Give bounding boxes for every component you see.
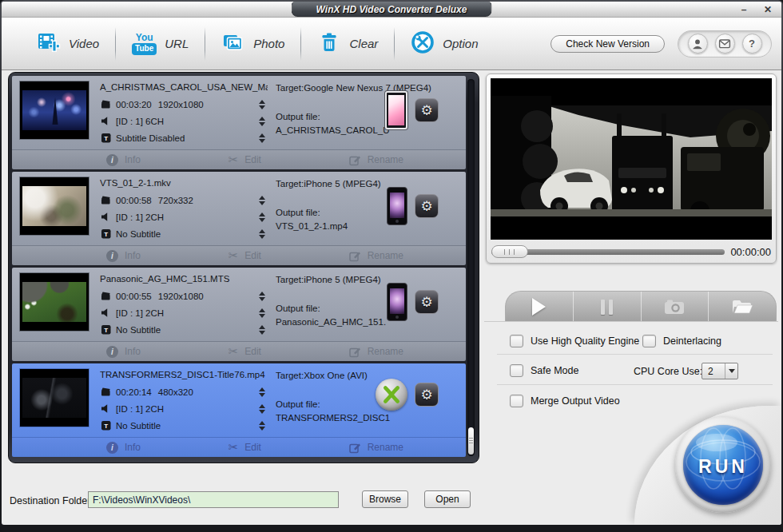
settings-gear-button[interactable]: ⚙ <box>415 383 439 407</box>
clapperboard-icon <box>100 195 112 205</box>
open-output-folder-button[interactable] <box>709 292 776 322</box>
clear-button[interactable]: Clear <box>301 26 394 62</box>
video-thumbnail <box>20 369 89 427</box>
settings-gear-button[interactable]: ⚙ <box>415 290 439 314</box>
list-scrollbar-track[interactable] <box>467 79 475 456</box>
video-button-label: Video <box>69 37 99 50</box>
info-button[interactable]: iInfo <box>106 154 141 166</box>
cpu-core-value: 2 <box>702 366 725 377</box>
add-video-button[interactable]: Video <box>21 26 115 62</box>
duration-spinner[interactable] <box>256 386 268 399</box>
rename-button[interactable]: Rename <box>349 346 403 358</box>
feedback-mail-button[interactable] <box>715 34 735 54</box>
merge-label: Merge Output Video <box>531 395 620 407</box>
deinterlacing-checkbox[interactable] <box>642 335 656 347</box>
xbox-one-icon <box>376 379 407 411</box>
duration-spinner[interactable] <box>256 98 268 111</box>
close-button[interactable]: ✕ <box>762 2 773 17</box>
tools-icon <box>411 30 435 58</box>
cpu-core-select[interactable]: 2 <box>702 363 738 379</box>
edit-button[interactable]: ✂Edit <box>229 154 261 166</box>
photo-button-label: Photo <box>253 37 284 50</box>
browse-button[interactable]: Browse <box>362 490 408 508</box>
edit-button[interactable]: ✂Edit <box>229 250 261 262</box>
destination-folder-input[interactable] <box>88 491 339 508</box>
window-frame: WinX HD Video Converter Deluxe – ✕ Video <box>0 0 783 532</box>
info-button[interactable]: iInfo <box>106 346 141 358</box>
seek-bar-thumb[interactable] <box>491 245 528 258</box>
rename-pencil-icon <box>349 442 361 454</box>
play-button[interactable] <box>506 292 574 322</box>
duration-spinner[interactable] <box>256 194 268 207</box>
title-bar: WinX HD Video Converter Deluxe – ✕ <box>2 2 781 18</box>
audio-track-spinner[interactable] <box>256 115 268 128</box>
subtitle-spinner[interactable] <box>256 228 268 240</box>
iphone-5-icon <box>387 283 407 321</box>
duration-spinner[interactable] <box>256 290 268 303</box>
subtitle-spinner[interactable] <box>256 324 268 336</box>
subtitle-icon: T <box>100 229 112 239</box>
help-button[interactable]: ? <box>742 34 762 54</box>
person-icon <box>691 38 704 50</box>
video-list-item[interactable]: VTS_01_2-1.mkv 00:00:58720x332 [ID : 1] … <box>12 172 466 265</box>
scissors-icon: ✂ <box>229 250 239 262</box>
video-list-item[interactable]: A_CHRISTMAS_CAROL_USA_NEW_Ma 00:03:20192… <box>12 76 466 169</box>
audio-track-spinner[interactable] <box>256 211 268 224</box>
check-new-version-button[interactable]: Check New Version <box>550 35 665 53</box>
option-button[interactable]: Option <box>395 26 494 62</box>
playback-controls <box>505 291 777 322</box>
audio-track-spinner[interactable] <box>256 307 268 320</box>
pause-button[interactable] <box>574 292 642 322</box>
folder-icon <box>731 299 753 315</box>
clear-button-label: Clear <box>349 37 378 50</box>
high-quality-checkbox[interactable] <box>510 335 523 347</box>
run-button-ring: RUN <box>675 417 771 513</box>
safe-mode-label: Safe Mode <box>531 365 578 376</box>
youtube-icon: You Tube <box>132 33 157 55</box>
safe-mode-checkbox[interactable] <box>510 364 523 377</box>
iphone-5-icon <box>387 187 407 225</box>
rename-pencil-icon <box>349 154 361 166</box>
audio-track-spinner[interactable] <box>256 403 268 415</box>
speaker-icon <box>100 308 112 318</box>
info-button[interactable]: iInfo <box>106 250 141 262</box>
rename-pencil-icon <box>349 346 361 358</box>
rename-pencil-icon <box>349 250 361 262</box>
minimize-button[interactable]: – <box>738 2 749 17</box>
deinterlacing-option: Deinterlacing <box>642 335 721 347</box>
run-button[interactable]: RUN <box>683 425 763 505</box>
list-scrollbar-thumb[interactable] <box>468 427 474 455</box>
video-list-item[interactable]: Panasonic_AG_HMC_151.MTS 00:00:551920x10… <box>12 268 466 361</box>
svg-text:T: T <box>104 134 108 141</box>
settings-gear-button[interactable]: ⚙ <box>415 194 439 218</box>
play-icon <box>532 298 546 316</box>
open-button[interactable]: Open <box>424 490 471 508</box>
seek-bar-track[interactable] <box>491 249 725 255</box>
edit-button[interactable]: ✂Edit <box>229 442 261 454</box>
edit-button[interactable]: ✂Edit <box>229 346 261 358</box>
scissors-icon: ✂ <box>229 442 239 454</box>
speaker-icon <box>100 212 112 222</box>
subtitle-spinner[interactable] <box>256 132 268 145</box>
rename-button[interactable]: Rename <box>349 154 403 166</box>
deinterlacing-label: Deinterlacing <box>663 335 721 347</box>
account-button[interactable] <box>688 34 708 54</box>
preview-frame-image <box>491 78 772 240</box>
add-url-button[interactable]: You Tube URL <box>116 26 205 62</box>
mail-icon <box>718 38 731 50</box>
playback-time: 00:00:00 <box>730 246 771 258</box>
add-photo-button[interactable]: Photo <box>205 26 300 62</box>
snapshot-button[interactable] <box>642 292 709 322</box>
merge-checkbox[interactable] <box>510 395 523 407</box>
info-button[interactable]: iInfo <box>106 442 141 454</box>
video-list-item-selected[interactable]: TRANSFORMERS2_DISC1-Title76.mp4 00:20:14… <box>12 363 466 457</box>
subtitle-spinner[interactable] <box>256 419 268 432</box>
options-divider <box>497 354 773 355</box>
svg-text:T: T <box>104 422 108 429</box>
rename-button[interactable]: Rename <box>349 442 403 454</box>
preview-panel: 00:00:00 <box>486 73 777 264</box>
subtitle-icon: T <box>100 325 112 335</box>
settings-gear-button[interactable]: ⚙ <box>415 98 439 122</box>
clapperboard-icon <box>100 387 112 397</box>
rename-button[interactable]: Rename <box>349 250 403 262</box>
